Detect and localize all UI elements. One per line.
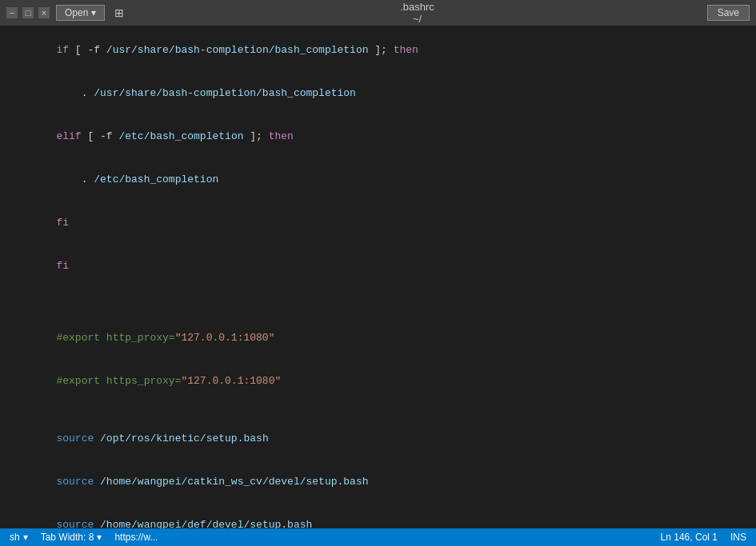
table-row: . /usr/share/bash-completion/bash_comple… [6, 72, 750, 115]
table-row [6, 302, 750, 317]
tab-arrow-icon: ▾ [97, 532, 102, 543]
maximize-button[interactable]: □ [22, 7, 34, 18]
titlebar-right: Save [707, 5, 750, 21]
table-row: elif [ -f /etc/bash_completion ]; then [6, 115, 750, 158]
cursor-position: Ln 146, Col 1 [661, 532, 718, 543]
table-row [6, 288, 750, 302]
statusbar-left: sh ▾ Tab Width: 8 ▾ https://w... [10, 532, 158, 543]
titlebar: − □ × Open ▾ ⊞ .bashrc ~/ Save [0, 0, 756, 26]
titlebar-left: − □ × Open ▾ ⊞ [6, 5, 127, 21]
statusbar: sh ▾ Tab Width: 8 ▾ https://w... Ln 146,… [0, 528, 756, 546]
table-row: fi [6, 201, 750, 245]
table-row: source /home/wangpei/def/devel/setup.bas… [6, 504, 750, 528]
table-row: #export http_proxy="127.0.0.1:1080" [6, 317, 750, 360]
file-title: .bashrc ~/ [400, 1, 434, 25]
shell-arrow-icon: ▾ [23, 532, 28, 543]
editor-area[interactable]: if [ -f /usr/share/bash-completion/bash_… [0, 26, 756, 528]
insert-mode-label: INS [730, 532, 746, 543]
statusbar-right: Ln 146, Col 1 INS [661, 532, 746, 543]
code-content: if [ -f /usr/share/bash-completion/bash_… [0, 29, 756, 528]
save-button[interactable]: Save [707, 5, 750, 21]
window-controls: − □ × [6, 7, 50, 18]
url-display: https://w... [114, 532, 158, 543]
pin-button[interactable]: ⊞ [111, 5, 127, 21]
close-button[interactable]: × [38, 7, 50, 18]
table-row: source /opt/ros/kinetic/setup.bash [6, 417, 750, 460]
table-row [6, 403, 750, 417]
table-row: source /home/wangpei/catkin_ws_cv/devel/… [6, 460, 750, 504]
table-row: #export https_proxy="127.0.0.1:1080" [6, 360, 750, 403]
table-row: . /etc/bash_completion [6, 158, 750, 201]
open-button[interactable]: Open ▾ [56, 5, 105, 21]
shell-selector[interactable]: sh ▾ [10, 532, 28, 543]
minimize-button[interactable]: − [6, 7, 18, 18]
table-row: fi [6, 245, 750, 288]
table-row: if [ -f /usr/share/bash-completion/bash_… [6, 29, 750, 72]
url-label: https://w... [114, 532, 158, 543]
tab-width-selector[interactable]: Tab Width: 8 ▾ [41, 532, 102, 543]
shell-label: sh [10, 532, 20, 543]
tab-width-label: Tab Width: 8 [41, 532, 94, 543]
